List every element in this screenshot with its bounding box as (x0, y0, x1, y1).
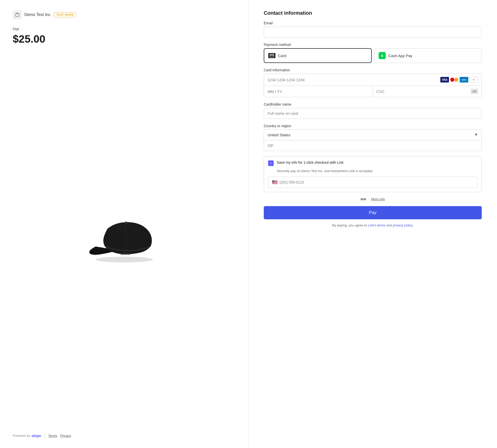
merchant-name: Demo Test Inc. (24, 12, 51, 17)
card-number-input[interactable] (268, 78, 440, 82)
cvc-icon: 123 (471, 89, 478, 94)
card-tab-icon (268, 53, 275, 58)
save-info-description: Securely pay on Demo Test Inc. and every… (277, 169, 477, 174)
email-label: Email (264, 21, 482, 25)
svg-point-3 (125, 221, 127, 224)
card-cvc-row: 123 (373, 86, 482, 97)
tab-cashapp[interactable]: $ Cash App Pay (374, 48, 482, 63)
link-brand: link (361, 197, 366, 201)
email-input[interactable] (264, 27, 482, 38)
hat-image (13, 53, 236, 426)
cardholder-input[interactable] (264, 108, 482, 119)
save-info-header: ✓ Save my info for 1-click checkout with… (268, 160, 477, 166)
phone-input[interactable] (279, 180, 474, 184)
footer-divider: | (44, 433, 45, 438)
svg-rect-0 (15, 14, 19, 16)
mastercard-icon (450, 77, 459, 82)
cardholder-label: Cardholder name (264, 102, 482, 106)
test-mode-badge: TEST MODE (54, 12, 76, 17)
link-dot: · (368, 197, 369, 201)
left-footer: Powered by stripe | Terms Privacy (13, 426, 236, 438)
cardholder-field-group: Cardholder name (264, 102, 482, 119)
email-field-group: Email (264, 21, 482, 38)
flag-icon: 🇺🇸 (272, 179, 277, 185)
link-footer: link · More info (264, 197, 482, 201)
payment-method-label: Payment method (264, 43, 482, 47)
zip-input[interactable] (264, 140, 482, 151)
payment-method-section: Payment method Card $ Cash App Pay (264, 43, 482, 63)
card-brand-icons: VISA AMEX ⊙ (440, 77, 478, 82)
contact-section-title: Contact information (264, 10, 482, 16)
pay-button[interactable]: Pay (264, 206, 482, 219)
more-info-link[interactable]: More info (371, 197, 385, 201)
privacy-policy-link[interactable]: privacy policy (393, 223, 412, 227)
card-expiry-input[interactable] (264, 86, 373, 97)
checkmark-icon[interactable]: ✓ (268, 160, 274, 166)
merchant-icon (13, 10, 22, 19)
terms-suffix: . (412, 223, 413, 227)
diners-icon: ⊙ (469, 77, 478, 82)
card-tab-label: Card (278, 54, 286, 58)
save-info-text: Save my info for 1-click checkout with L… (277, 160, 344, 164)
svg-rect-5 (270, 55, 274, 56)
country-select-wrapper: United States ▼ (264, 129, 482, 140)
left-panel: Demo Test Inc. TEST MODE Hat $25.00 (0, 0, 248, 448)
cashapp-tab-icon: $ (379, 52, 386, 59)
card-info-section: Card information VISA AMEX ⊙ 123 (264, 68, 482, 97)
stripe-logo: stripe (32, 434, 41, 438)
product-name: Hat (13, 27, 236, 31)
amex-icon: AMEX (460, 77, 468, 82)
country-label: Country or region (264, 124, 482, 128)
tab-card[interactable]: Card (264, 48, 372, 63)
country-select[interactable]: United States (264, 129, 482, 140)
merchant-header: Demo Test Inc. TEST MODE (13, 10, 236, 19)
powered-by-text: Powered by stripe (13, 434, 41, 438)
visa-icon: VISA (440, 77, 449, 82)
svg-rect-4 (270, 54, 274, 57)
payment-tabs: Card $ Cash App Pay (264, 48, 482, 63)
terms-text: By paying, you agree to Link's terms and… (264, 223, 482, 228)
card-cvc-input[interactable] (377, 89, 471, 94)
links-terms-link[interactable]: Link's terms (368, 223, 385, 227)
card-number-row: VISA AMEX ⊙ (264, 74, 482, 86)
country-field-group: Country or region United States ▼ (264, 124, 482, 151)
terms-link[interactable]: Terms (48, 434, 57, 438)
right-panel: Contact information Email Payment method… (248, 0, 497, 448)
terms-prefix: By paying, you agree to (332, 223, 367, 227)
cashapp-tab-label: Cash App Pay (388, 54, 412, 58)
save-info-box: ✓ Save my info for 1-click checkout with… (264, 156, 482, 192)
product-price: $25.00 (13, 33, 236, 45)
svg-point-1 (96, 257, 153, 262)
card-info-label: Card information (264, 68, 482, 72)
phone-input-row: 🇺🇸 (268, 177, 477, 188)
svg-text:$: $ (381, 54, 383, 58)
card-bottom-row: 123 (264, 86, 482, 97)
svg-rect-2 (120, 253, 130, 255)
privacy-link[interactable]: Privacy (60, 434, 71, 438)
terms-and: and (386, 223, 393, 227)
